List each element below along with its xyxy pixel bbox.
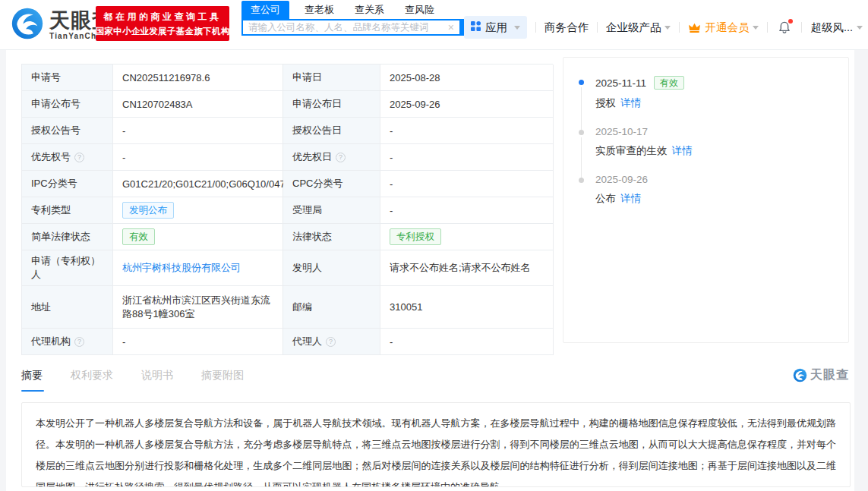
table-value: - [380, 144, 554, 171]
slogan-line2: 国家中小企业发展子基金旗下机构 [96, 26, 230, 37]
abstract-text: 本发明公开了一种机器人多楼层复合导航方法和设备，属于机器人导航技术领域。现有机器… [36, 413, 836, 487]
table-value: - [380, 171, 554, 197]
table-value: 浙江省杭州市滨江区西兴街道东流路88号1幢306室 [113, 286, 283, 329]
main-content-card: 申请号CN202511216978.6申请日2025-08-28申请公布号CN1… [6, 50, 854, 491]
brand-slogan-badge: 都在用的商业查询工具 国家中小企业发展子基金旗下机构 [96, 6, 229, 41]
table-label: 地址 [22, 286, 113, 329]
timeline-dot [579, 130, 584, 135]
timeline-detail-link[interactable]: 详情 [620, 193, 641, 204]
watermark-label: 天眼查 [810, 367, 849, 383]
table-label: 发明人 [283, 250, 380, 286]
timeline-date: 2025-11-11 [595, 77, 646, 89]
table-value: 杭州宇树科技股份有限公司 [113, 250, 283, 286]
company-link[interactable]: 杭州宇树科技股份有限公司 [122, 261, 241, 275]
table-label: 申请号 [22, 65, 113, 91]
help-icon[interactable]: ? [336, 153, 346, 162]
notification-dot [788, 19, 793, 24]
slogan-line1: 都在用的商业查询工具 [104, 11, 222, 24]
table-label: 授权公告号 [22, 118, 113, 144]
timeline-date: 2025-10-17 [595, 126, 648, 137]
help-icon[interactable]: ? [326, 337, 336, 347]
tab-摘要附图[interactable]: 摘要附图 [201, 369, 244, 392]
crown-icon [688, 22, 701, 33]
timeline-event: 实质审查的生效 [595, 145, 668, 156]
table-value: - [113, 329, 283, 355]
table-label: 受理局 [283, 197, 380, 224]
chevron-down-icon [664, 26, 671, 30]
nav-super-risk[interactable]: 超级风... [810, 20, 863, 35]
table-value: CN202511216978.6 [113, 65, 283, 91]
table-label: 申请日 [283, 65, 380, 91]
table-label: 邮编 [283, 286, 380, 329]
nav-divider [767, 22, 768, 33]
table-value: 310051 [380, 286, 554, 329]
patent-table: 申请号CN202511216978.6申请日2025-08-28申请公布号CN1… [21, 64, 553, 355]
table-value: 2025-08-28 [380, 65, 554, 91]
apps-label: 应用 [485, 20, 507, 35]
table-value: G01C21/20;G01C21/00;G06Q10/047 [113, 171, 283, 197]
notification-bell-icon[interactable] [778, 20, 791, 34]
table-value: - [380, 118, 554, 144]
tab-权利要求[interactable]: 权利要求 [71, 369, 113, 392]
legal-status-timeline: 2025-11-11有效授权详情2025-10-17实质审查的生效详情2025-… [563, 57, 849, 343]
table-label: IPC分类号 [22, 171, 113, 197]
tab-说明书[interactable]: 说明书 [141, 369, 173, 392]
table-value: 发明公布 [113, 197, 283, 224]
chevron-down-icon [514, 26, 520, 30]
tianyancha-logo-icon [11, 7, 44, 43]
clear-icon[interactable]: × [448, 22, 454, 33]
watermark-logo-icon [793, 368, 807, 382]
tab-摘要[interactable]: 摘要 [21, 369, 43, 392]
nav-divider [597, 22, 598, 33]
apps-menu[interactable]: 应用 [464, 16, 527, 39]
nav-divider [535, 22, 536, 33]
table-value: - [380, 329, 554, 355]
table-value: CN120702483A [113, 91, 283, 118]
search-tab-2[interactable]: 查关系 [355, 3, 384, 19]
timeline-detail-link[interactable]: 详情 [620, 97, 641, 109]
table-value: 2025-09-26 [380, 91, 554, 118]
table-value: 请求不公布姓名;请求不公布姓名 [380, 250, 554, 286]
table-label: 申请公布日 [283, 91, 380, 118]
status-badge: 专利授权 [390, 228, 441, 246]
help-icon[interactable]: ? [74, 153, 84, 162]
table-label: 简单法律状态 [22, 224, 113, 250]
table-label: CPC分类号 [283, 171, 380, 197]
chevron-down-icon [753, 26, 759, 30]
search-tab-0[interactable]: 查公司 [241, 1, 289, 19]
table-label: 专利类型 [22, 197, 113, 224]
status-badge: 发明公布 [122, 202, 174, 219]
nav-open-vip[interactable]: 开通会员 [688, 20, 759, 35]
enterprise-label: 企业级产品 [606, 20, 661, 35]
table-value: 专利授权 [380, 224, 554, 250]
tianyancha-watermark: 天眼查 [793, 367, 849, 383]
nav-enterprise-products[interactable]: 企业级产品 [606, 20, 671, 35]
vip-label: 开通会员 [705, 20, 749, 35]
nav-divider [801, 22, 802, 33]
table-label: 授权公告日 [283, 118, 380, 144]
chevron-down-icon [857, 26, 863, 30]
table-label: 优先权号? [22, 144, 113, 171]
timeline-dot [579, 80, 584, 85]
timeline-detail-link[interactable]: 详情 [672, 145, 693, 156]
timeline-event: 公布 [595, 193, 616, 204]
abstract-panel: 本发明公开了一种机器人多楼层复合导航方法和设备，属于机器人导航技术领域。现有机器… [21, 402, 851, 487]
super-risk-label: 超级风... [810, 20, 853, 35]
search-box: × [241, 19, 461, 36]
apps-grid-icon [471, 20, 481, 34]
nav-business-cooperation[interactable]: 商务合作 [544, 20, 589, 35]
help-icon[interactable]: ? [74, 337, 84, 347]
search-input[interactable] [248, 22, 448, 33]
table-label: 申请公布号 [22, 91, 113, 118]
timeline-date: 2025-09-26 [595, 174, 648, 185]
search-tab-3[interactable]: 查风险 [405, 3, 434, 19]
timeline-item-1: 2025-10-17实质审查的生效详情 [579, 126, 833, 158]
timeline-dot [579, 178, 584, 183]
header-nav: 应用 商务合作 企业级产品 开通会员 [464, 16, 863, 39]
table-value: - [113, 118, 283, 144]
table-label: 代理人? [283, 329, 380, 355]
search-tab-1[interactable]: 查老板 [305, 3, 334, 19]
table-value: - [113, 144, 283, 171]
table-label: 优先权日? [283, 144, 380, 171]
top-header: 天眼查 TianYanCha.com 都在用的商业查询工具 国家中小企业发展子基… [0, 0, 868, 50]
